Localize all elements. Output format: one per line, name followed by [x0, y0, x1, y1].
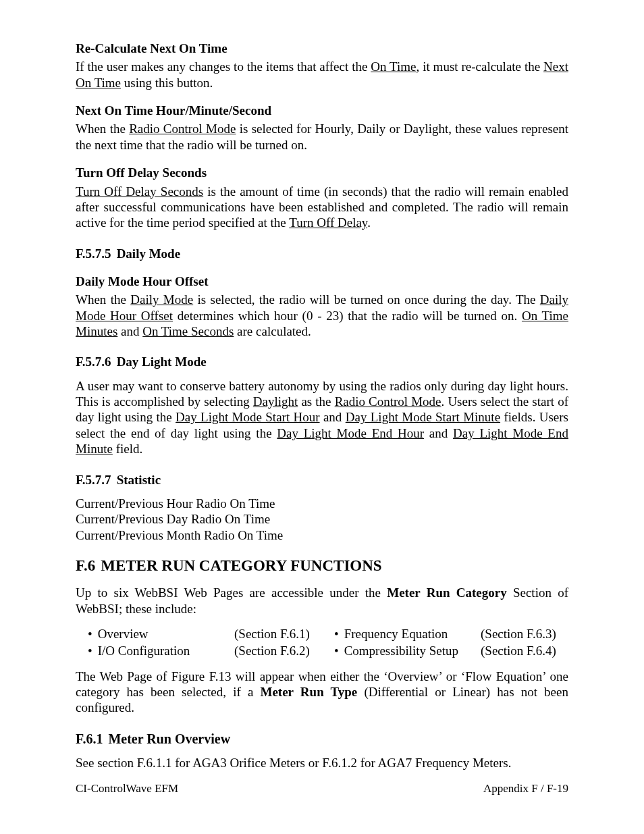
paragraph-f6-intro: Up to six WebBSI Web Pages are accessibl…: [76, 585, 568, 617]
heading-turn-off-delay: Turn Off Delay Seconds: [76, 165, 568, 180]
paragraph-recalculate: If the user makes any changes to the ite…: [76, 59, 568, 90]
text: If the user makes any changes to the ite…: [76, 59, 371, 74]
list-item-overview: • Overview (Section F.6.1): [76, 626, 322, 642]
bold-meter-run-category: Meter Run Category: [387, 585, 506, 600]
bullet-icon: •: [88, 626, 92, 642]
page-content: Re-Calculate Next On Time If the user ma…: [0, 0, 644, 771]
text: and: [320, 410, 346, 424]
heading-number: F.5.7.5: [76, 246, 111, 261]
footer-left: CI-ControlWave EFM: [76, 782, 178, 796]
item-label: I/O Configuration: [98, 643, 234, 658]
heading-number: F.5.7.7: [76, 472, 111, 488]
paragraph-daily-mode: When the Daily Mode is selected, the rad…: [76, 292, 568, 339]
text: is selected, the radio will be turned on…: [193, 292, 540, 307]
paragraph-f6-figure: The Web Page of Figure F.13 will appear …: [76, 669, 568, 716]
stat-line-1: Current/Previous Hour Radio On Time: [76, 496, 568, 511]
stat-line-2: Current/Previous Day Radio On Time: [76, 511, 568, 527]
heading-f6: F.6METER RUN CATEGORY FUNCTIONS: [76, 556, 568, 575]
list-item-io: • I/O Configuration (Section F.6.2): [76, 643, 322, 658]
text: and: [424, 426, 453, 440]
text: and: [117, 324, 142, 338]
underline-daylight: Daylight: [253, 394, 298, 409]
paragraph-turn-off-delay: Turn Off Delay Seconds is the amount of …: [76, 184, 568, 231]
section-f576: F.5.7.6Day Light Mode A user may want to…: [76, 354, 568, 457]
text: as the: [298, 394, 334, 409]
underline-radio-control-mode: Radio Control Mode: [129, 122, 236, 136]
section-recalculate: Re-Calculate Next On Time If the user ma…: [76, 41, 568, 90]
heading-f577: F.5.7.7Statistic: [76, 472, 568, 488]
footer-right: Appendix F / F-19: [483, 782, 568, 796]
heading-next-on-time: Next On Time Hour/Minute/Second: [76, 103, 568, 118]
page-footer: CI-ControlWave EFM Appendix F / F-19: [76, 782, 568, 796]
text: , it must re-calculate the: [416, 59, 543, 74]
section-next-on-time: Next On Time Hour/Minute/Second When the…: [76, 103, 568, 153]
underline-daily-mode: Daily Mode: [130, 292, 193, 307]
section-f61: F.6.1Meter Run Overview See section F.6.…: [76, 731, 568, 771]
text: determines which hour (0 - 23) that the …: [173, 309, 522, 323]
statistic-lines: Current/Previous Hour Radio On Time Curr…: [76, 496, 568, 543]
bullet-icon: •: [88, 643, 92, 658]
paragraph-f61: See section F.6.1.1 for AGA3 Orifice Met…: [76, 755, 568, 771]
bold-meter-run-type: Meter Run Type: [260, 685, 357, 699]
item-ref: (Section F.6.1): [234, 626, 322, 642]
heading-f576: F.5.7.6Day Light Mode: [76, 354, 568, 369]
text: .: [367, 215, 371, 230]
text: using this button.: [121, 76, 213, 90]
text: When the: [76, 292, 130, 307]
section-f575: F.5.7.5Daily Mode Daily Mode Hour Offset…: [76, 246, 568, 340]
section-f577: F.5.7.7Statistic Current/Previous Hour R…: [76, 472, 568, 543]
underline-on-time-seconds: On Time Seconds: [142, 324, 234, 338]
heading-f575: F.5.7.5Daily Mode: [76, 246, 568, 261]
section-turn-off-delay: Turn Off Delay Seconds Turn Off Delay Se…: [76, 165, 568, 230]
heading-number: F.6: [76, 556, 95, 575]
paragraph-next-on-time: When the Radio Control Mode is selected …: [76, 121, 568, 153]
item-label: Overview: [98, 626, 234, 642]
item-label: Compressibility Setup: [344, 643, 481, 658]
heading-recalculate: Re-Calculate Next On Time: [76, 41, 568, 56]
heading-number: F.6.1: [76, 731, 103, 748]
heading-daily-mode-offset: Daily Mode Hour Offset: [76, 273, 568, 289]
paragraph-day-light-mode: A user may want to conserve battery auto…: [76, 378, 568, 457]
heading-title: Day Light Mode: [117, 355, 207, 369]
bullet-icon: •: [334, 626, 339, 642]
underline-radio-control-mode: Radio Control Mode: [335, 394, 441, 409]
underline-turn-off-delay-seconds: Turn Off Delay Seconds: [76, 184, 203, 199]
text: Up to six WebBSI Web Pages are accessibl…: [76, 585, 387, 600]
heading-number: F.5.7.6: [76, 354, 111, 369]
list-item-frequency: • Frequency Equation (Section F.6.3): [322, 626, 568, 642]
underline-start-hour: Day Light Mode Start Hour: [176, 410, 320, 424]
item-ref: (Section F.6.2): [234, 643, 322, 658]
heading-title: Meter Run Overview: [108, 731, 230, 746]
item-ref: (Section F.6.4): [481, 643, 568, 658]
list-row: • I/O Configuration (Section F.6.2) • Co…: [76, 643, 568, 658]
list-item-compressibility: • Compressibility Setup (Section F.6.4): [322, 643, 568, 658]
section-f6: F.6METER RUN CATEGORY FUNCTIONS Up to si…: [76, 556, 568, 716]
text: field.: [113, 442, 142, 456]
underline-start-minute: Day Light Mode Start Minute: [346, 410, 500, 424]
item-label: Frequency Equation: [344, 626, 481, 642]
stat-line-3: Current/Previous Month Radio On Time: [76, 527, 568, 543]
underline-end-hour: Day Light Mode End Hour: [277, 426, 424, 440]
underline-turn-off-delay: Turn Off Delay: [289, 215, 367, 230]
item-ref: (Section F.6.3): [481, 626, 568, 642]
underline-on-time: On Time: [371, 59, 416, 74]
heading-title: Daily Mode: [117, 246, 180, 261]
text: When the: [76, 122, 129, 136]
bullet-icon: •: [334, 643, 339, 658]
heading-f61: F.6.1Meter Run Overview: [76, 731, 568, 748]
heading-title: METER RUN CATEGORY FUNCTIONS: [101, 557, 381, 574]
bullet-list: • Overview (Section F.6.1) • Frequency E…: [76, 626, 568, 659]
list-row: • Overview (Section F.6.1) • Frequency E…: [76, 626, 568, 642]
text: are calculated.: [234, 324, 311, 338]
heading-title: Statistic: [117, 473, 161, 487]
